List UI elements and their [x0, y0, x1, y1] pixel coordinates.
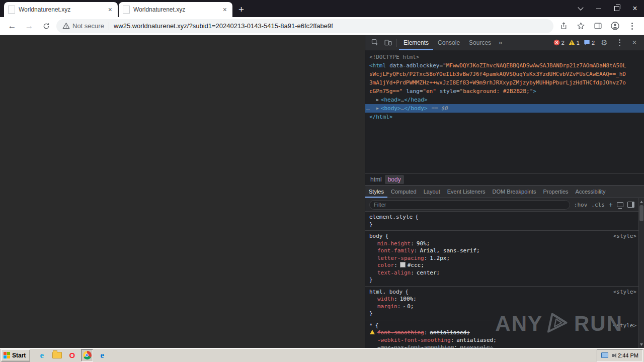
- tab-close-icon[interactable]: ×: [107, 6, 114, 13]
- tab-dom-breakpoints[interactable]: DOM Breakpoints: [489, 186, 540, 198]
- forward-button[interactable]: →: [22, 19, 36, 33]
- taskbar-opera-button[interactable]: O: [66, 349, 78, 361]
- expand-arrow-icon[interactable]: ▶: [376, 98, 379, 102]
- tab-accessibility[interactable]: Accessibility: [572, 186, 609, 198]
- property-value[interactable]: 100%;: [400, 296, 417, 302]
- refresh-button[interactable]: [39, 19, 53, 33]
- start-button[interactable]: Start: [1, 349, 30, 361]
- rule-selector[interactable]: html, body: [369, 289, 403, 295]
- styles-scrollbar[interactable]: [638, 198, 644, 348]
- side-panel-button[interactable]: [591, 19, 605, 33]
- style-source-link[interactable]: <style>: [613, 233, 636, 240]
- head-node[interactable]: ▶<head>…</head>: [365, 96, 644, 104]
- tray-volume-icon[interactable]: [612, 354, 614, 357]
- toggle-sidebar-icon[interactable]: [627, 202, 634, 208]
- property-value[interactable]: 1.2px;: [430, 255, 450, 261]
- property-name[interactable]: -moz-osx-font-smoothing: [377, 344, 454, 348]
- css-property[interactable]: text-align:center;: [368, 269, 636, 277]
- attribute-wrap-line[interactable]: sWcjLFyQFcb/P2Txc58oYOeILb3vBw7J6f4pamkA…: [365, 70, 644, 78]
- attribute-wrap-line[interactable]: 3mA1jYd+PrdPWMMZHz++wxJzI8Ef83+W9m9rhJRX…: [365, 78, 644, 87]
- bookmark-button[interactable]: [574, 19, 588, 33]
- property-value[interactable]: antialiased;: [456, 337, 496, 343]
- style-source-link[interactable]: <style>: [613, 322, 636, 330]
- inspect-element-button[interactable]: [368, 36, 381, 49]
- property-value[interactable]: #ccc;: [408, 262, 424, 268]
- back-button[interactable]: ←: [5, 19, 19, 33]
- property-name[interactable]: width: [377, 296, 394, 302]
- taskbar-ie-button[interactable]: e: [36, 349, 48, 361]
- tray-display-icon[interactable]: [601, 352, 608, 358]
- profile-button[interactable]: [608, 19, 622, 33]
- property-name[interactable]: letter-spacing: [377, 255, 424, 261]
- attribute-wrap-line[interactable]: cGPn75g=="lang="en"style="background: #2…: [365, 87, 644, 96]
- toggle-pseudo-state-button[interactable]: :hov: [574, 202, 588, 208]
- property-name[interactable]: text-align: [377, 269, 411, 276]
- minimize-button[interactable]: [590, 0, 608, 17]
- css-property[interactable]: margin:▸0;: [368, 303, 636, 311]
- tab-computed[interactable]: Computed: [387, 186, 420, 198]
- css-property[interactable]: letter-spacing:1.2px;: [368, 255, 636, 262]
- css-property[interactable]: -webkit-font-smoothing:antialiased;: [368, 337, 636, 344]
- address-bar[interactable]: Not secure ww25.worldnaturenet.xyz/?subi…: [56, 19, 553, 33]
- device-toolbar-button[interactable]: [381, 36, 394, 49]
- css-property[interactable]: min-height:90%;: [368, 240, 636, 248]
- node-menu-icon[interactable]: …: [366, 104, 370, 113]
- property-value[interactable]: center;: [417, 269, 440, 276]
- doctype-node[interactable]: <!DOCTYPE html>: [365, 53, 644, 61]
- property-value[interactable]: Arial, sans-serif;: [420, 247, 479, 254]
- restore-button[interactable]: [608, 0, 626, 17]
- share-button[interactable]: [556, 19, 571, 33]
- element-classes-button[interactable]: .cls: [591, 202, 605, 208]
- tab-search-button[interactable]: [572, 0, 590, 17]
- tab-properties[interactable]: Properties: [539, 186, 572, 198]
- devtools-settings-button[interactable]: ⚙: [598, 36, 611, 49]
- browser-tab-2-active[interactable]: Worldnaturenet.xyz ×: [119, 2, 232, 17]
- property-name[interactable]: font-family: [377, 247, 414, 254]
- styles-filter-input[interactable]: [369, 200, 570, 210]
- taskbar-chrome-button[interactable]: [81, 349, 93, 361]
- security-indicator[interactable]: Not secure: [62, 22, 104, 30]
- devtools-close-button[interactable]: ×: [628, 36, 641, 49]
- style-source-link[interactable]: <style>: [613, 289, 636, 296]
- url-text[interactable]: ww25.worldnaturenet.xyz/?subid1=20240213…: [114, 22, 333, 30]
- property-value[interactable]: 0;: [407, 303, 414, 310]
- property-name[interactable]: color: [377, 262, 394, 268]
- scroll-up-button[interactable]: [639, 199, 644, 205]
- expand-arrow-icon[interactable]: ▶: [376, 106, 379, 111]
- color-swatch[interactable]: [400, 262, 406, 267]
- rendering-emulation-icon[interactable]: [617, 202, 623, 207]
- taskbar-explorer-button[interactable]: [51, 349, 63, 361]
- html-open-node[interactable]: <htmldata-adblockkey="MFwwDQYJKoZIhvcNAQ…: [365, 61, 644, 70]
- breadcrumb-body[interactable]: body: [385, 175, 404, 184]
- property-name[interactable]: -webkit-font-smoothing: [377, 337, 451, 343]
- expand-shorthand-icon[interactable]: ▸: [403, 304, 406, 309]
- property-value[interactable]: antialiased;: [430, 329, 469, 336]
- new-style-rule-button[interactable]: +: [609, 201, 613, 209]
- tab-event-listeners[interactable]: Event Listeners: [444, 186, 489, 198]
- devtools-tab-console[interactable]: Console: [433, 35, 464, 50]
- property-name[interactable]: margin: [377, 303, 397, 310]
- html-close-node[interactable]: </html>: [365, 113, 644, 121]
- browser-menu-button[interactable]: [625, 19, 639, 33]
- property-name[interactable]: font-smoothing: [377, 329, 424, 336]
- devtools-tab-elements[interactable]: Elements: [399, 35, 433, 50]
- rule-selector[interactable]: element.style: [369, 214, 413, 220]
- close-window-button[interactable]: ×: [626, 0, 644, 17]
- rule-selector[interactable]: body: [369, 233, 383, 239]
- css-property-invalid[interactable]: font-smoothing:antialiased;: [368, 329, 636, 337]
- property-value[interactable]: 90%;: [417, 240, 430, 247]
- tab-close-icon[interactable]: ×: [221, 6, 228, 13]
- breadcrumb-html[interactable]: html: [367, 175, 385, 184]
- body-node-selected[interactable]: …▶<body>…</body>== $0: [365, 104, 644, 113]
- property-value[interactable]: grayscale;: [460, 344, 493, 348]
- css-property[interactable]: font-family:Arial, sans-serif;: [368, 247, 636, 255]
- css-property[interactable]: width:100%;: [368, 296, 636, 303]
- scrollbar-thumb[interactable]: [639, 205, 643, 221]
- more-tabs-button[interactable]: »: [496, 39, 505, 46]
- rule-selector[interactable]: *: [369, 322, 373, 329]
- devtools-menu-button[interactable]: [613, 36, 626, 49]
- tab-styles[interactable]: Styles: [365, 186, 387, 198]
- error-badge[interactable]: 2: [552, 39, 566, 46]
- taskbar-edge-button[interactable]: e: [96, 349, 108, 361]
- scroll-down-button[interactable]: [639, 341, 644, 347]
